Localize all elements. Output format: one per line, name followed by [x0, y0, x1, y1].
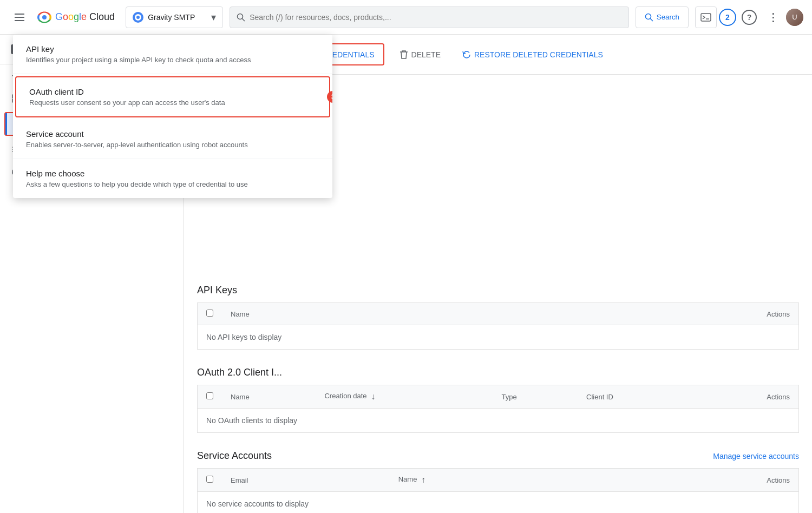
search-btn-icon: [645, 13, 653, 22]
oauth-desc: Requests user consent so your app can ac…: [184, 98, 316, 107]
help-button[interactable]: ?: [738, 6, 760, 28]
project-name: Gravity SMTP: [148, 13, 207, 22]
service-accounts-header: Service Accounts Manage service accounts: [197, 450, 799, 462]
api-keys-empty: No API keys to display: [206, 333, 281, 341]
oauth-type-header: Type: [493, 385, 578, 409]
svg-rect-1: [15, 17, 24, 18]
service-account-title: Service account: [184, 129, 319, 139]
table-row: No API keys to display: [198, 325, 799, 350]
name-sort-icon: ↑: [421, 475, 425, 484]
dropdown-overlay: API key Identifies your project using a …: [184, 35, 332, 198]
manage-service-accounts-link[interactable]: Manage service accounts: [713, 452, 799, 461]
sa-select-all[interactable]: [206, 476, 213, 483]
oauth-clients-title: OAuth 2.0 Client I...: [197, 367, 799, 378]
api-keys-title: API Keys: [197, 285, 799, 296]
api-keys-checkbox-header: [198, 303, 222, 325]
restore-button[interactable]: RESTORE DELETED CREDENTIALS: [456, 46, 610, 63]
svg-rect-8: [701, 14, 711, 21]
svg-point-3: [42, 15, 47, 19]
delete-label: DELETE: [411, 50, 441, 59]
api-keys-section: API Keys Name Actions No API keys to dis…: [184, 276, 812, 358]
project-dropdown-arrow: ▾: [211, 11, 216, 23]
dropdown-menu: API key Identifies your project using a …: [184, 35, 332, 198]
notification-btn[interactable]: 2: [719, 9, 736, 26]
delete-button[interactable]: DELETE: [391, 45, 449, 64]
dropdown-item-oauth[interactable]: OAuth client ID Requests user consent so…: [184, 77, 329, 116]
more-options-button[interactable]: ⋮: [762, 6, 784, 28]
dropdown-item-api-key[interactable]: API key Identifies your project using a …: [184, 35, 332, 74]
oauth-clients-table: Name Creation date ↓ Type Client ID Acti…: [197, 385, 799, 433]
api-key-title: API key: [184, 44, 319, 54]
search-box-icon: [237, 13, 245, 22]
sort-icon: ↓: [371, 392, 375, 401]
sa-empty: No service accounts to display: [206, 499, 309, 508]
restore-icon: [462, 50, 471, 59]
oauth-clients-empty: No OAuth clients to display: [206, 416, 297, 425]
api-keys-select-all[interactable]: [206, 310, 213, 317]
nav-icons: 2 ? ⋮ U: [695, 6, 803, 28]
main-layout: API APIs & Services 📌 Enabled APIs & ser…: [0, 35, 812, 513]
oauth-item-wrapper: OAuth client ID Requests user consent so…: [184, 74, 332, 120]
dropdown-item-help[interactable]: Help me choose Asks a few questions to h…: [184, 159, 332, 198]
user-avatar[interactable]: U: [786, 9, 803, 26]
google-cloud-logo: Google Cloud: [37, 11, 115, 23]
api-key-desc: Identifies your project using a simple A…: [184, 56, 319, 64]
oauth-checkbox-header: [198, 385, 222, 409]
google-cloud-text: Google Cloud: [55, 11, 115, 23]
api-keys-table: Name Actions No API keys to display: [197, 302, 799, 350]
help-desc: Asks a few questions to help you decide …: [184, 180, 319, 188]
sa-email-header: Email: [222, 469, 390, 492]
search-button-label: Search: [657, 13, 679, 21]
search-input[interactable]: [250, 13, 622, 22]
top-nav: Google Cloud Gravity SMTP ▾ Search: [0, 0, 812, 35]
delete-icon: [400, 50, 408, 60]
oauth-clientid-header: Client ID: [578, 385, 693, 409]
api-keys-name-header: Name: [222, 303, 493, 325]
help-title: Help me choose: [184, 169, 319, 178]
search-box: [230, 6, 629, 28]
restore-label: RESTORE DELETED CREDENTIALS: [474, 50, 603, 59]
svg-rect-0: [15, 14, 24, 15]
oauth-creation-header: Creation date ↓: [316, 385, 493, 409]
service-accounts-table: Email Name ↑ Actions No service accounts…: [197, 468, 799, 513]
oauth-select-all[interactable]: [206, 392, 213, 399]
oauth-border: OAuth client ID Requests user consent so…: [184, 76, 330, 117]
oauth-actions-header: Actions: [693, 385, 799, 409]
hamburger-menu[interactable]: [9, 6, 30, 28]
search-button[interactable]: Search: [636, 6, 689, 28]
api-keys-actions-header: Actions: [493, 303, 799, 325]
table-row: No service accounts to display: [198, 492, 799, 514]
oauth-clients-section: OAuth 2.0 Client I... Name Creation date…: [184, 358, 812, 442]
sa-actions-header: Actions: [604, 469, 799, 492]
project-icon: [133, 12, 143, 23]
svg-line-5: [242, 18, 245, 21]
cloud-shell-button[interactable]: [695, 6, 717, 28]
service-accounts-title: Service Accounts: [197, 450, 272, 462]
service-account-desc: Enables server-to-server, app-level auth…: [184, 141, 319, 149]
sa-name-header: Name ↑: [390, 469, 604, 492]
table-row: No OAuth clients to display: [198, 409, 799, 433]
oauth-title: OAuth client ID: [184, 87, 316, 96]
project-selector[interactable]: Gravity SMTP ▾: [126, 6, 223, 28]
content-area: Credentials + + CREATE CREDENTIALS 2 DEL…: [184, 35, 812, 513]
dropdown-item-service-account[interactable]: Service account Enables server-to-server…: [184, 120, 332, 159]
notification-count: 2: [725, 13, 730, 22]
service-accounts-section: Service Accounts Manage service accounts…: [184, 442, 812, 513]
sa-checkbox-header: [198, 469, 222, 492]
svg-rect-2: [15, 20, 24, 21]
svg-line-7: [650, 18, 653, 21]
oauth-name-header: Name: [222, 385, 316, 409]
